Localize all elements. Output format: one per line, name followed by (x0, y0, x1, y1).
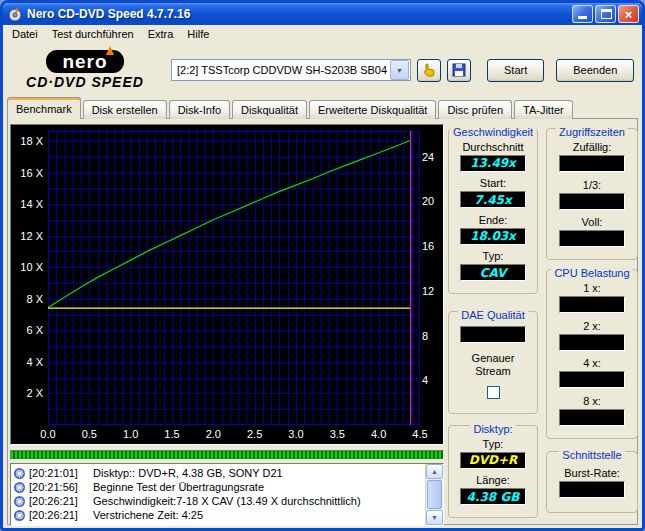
speed-ende-field: Ende:18.03x (460, 214, 526, 245)
disc-typ-field: Typ:DVD+R (460, 438, 526, 469)
plot-area (48, 131, 420, 425)
speed-axis-tick: 2 X (11, 387, 43, 399)
capacity-axis-tick: 3.5 (324, 428, 350, 440)
speed-ende-label: Ende: (479, 214, 508, 226)
log-entry[interactable]: [20:26:21]Verstrichene Zeit: 4:25 (12, 508, 425, 522)
log-entry[interactable]: [20:26:21]Geschwindigkeit:7-18 X CAV (13… (12, 494, 425, 508)
speed-typ-display: CAV (460, 264, 526, 281)
speed-start-label: Start: (480, 177, 506, 189)
menu-item-datei[interactable]: Datei (5, 26, 45, 42)
tab-ta-jitter[interactable]: TA-Jitter (514, 100, 573, 119)
quit-button[interactable]: Beenden (556, 59, 634, 82)
dae-value-display (460, 326, 526, 343)
menu-item-hilfe[interactable]: Hilfe (180, 26, 216, 42)
log-entry-time: [20:26:21] (29, 509, 93, 521)
speed-start-text: 7.45x (474, 193, 511, 207)
minimize-button[interactable] (572, 5, 593, 23)
tab-diskqualit-t[interactable]: Diskqualität (232, 100, 307, 119)
cpu-usage-panel: CPU Belastung 1 x:2 x:4 x:8 x: (546, 269, 638, 439)
nero-brand-text: nero (62, 51, 107, 72)
access-times-panel-title: Zugriffszeiten (556, 126, 628, 138)
disc-typ-label: Typ: (483, 438, 504, 450)
rate-axis-tick: 12 (422, 285, 444, 297)
interface-panel: Schnittstelle Burst-Rate: (546, 451, 638, 513)
product-name: CD·DVD SPEED (26, 74, 144, 90)
tab-strip: BenchmarkDisk erstellenDisk-InfoDiskqual… (7, 97, 575, 119)
access-times-panel: Zugriffszeiten Zufällig:1/3:Voll: (546, 128, 638, 260)
disc-type-panel: Disktyp: Typ:DVD+RLänge:4.38 GB (448, 425, 538, 518)
speed-start-display: 7.45x (460, 191, 526, 208)
series-transfer-rate (48, 141, 410, 308)
access-zuf-llig-label: Zufällig: (573, 141, 612, 153)
cpu-usage-panel-title: CPU Belastung (551, 267, 632, 279)
start-button[interactable]: Start (487, 59, 544, 82)
log-scrollbar[interactable]: ▲ ▼ (425, 464, 443, 525)
capacity-axis-tick: 2.0 (200, 428, 226, 440)
scroll-up-button[interactable]: ▲ (426, 464, 443, 479)
log-entry-text: Disktyp:: DVD+R, 4.38 GB, SONY D21 (93, 467, 283, 479)
cpu-8-x-field: 8 x: (559, 395, 625, 426)
tab-disk-erstellen[interactable]: Disk erstellen (83, 100, 167, 119)
cpu-2-x-field: 2 x: (559, 320, 625, 351)
app-window: Nero CD-DVD Speed 4.7.7.16 × DateiTest d… (0, 0, 645, 531)
disc-l-nge-display: 4.38 GB (460, 488, 526, 505)
cpu-1-x-field: 1 x: (559, 282, 625, 313)
close-button[interactable]: × (618, 5, 639, 23)
save-button[interactable] (447, 59, 471, 82)
access-voll-label: Voll: (582, 216, 603, 228)
menu-item-extra[interactable]: Extra (141, 26, 181, 42)
disc-typ-display: DVD+R (460, 452, 526, 469)
access-zuf-llig-field: Zufällig: (559, 141, 625, 172)
speed-axis-tick: 12 X (11, 230, 43, 242)
access-zuf-llig-display (559, 155, 625, 172)
rate-axis-tick: 8 (422, 330, 444, 342)
speed-ende-display: 18.03x (460, 228, 526, 245)
capacity-axis-tick: 1.0 (118, 428, 144, 440)
capacity-axis-tick: 4.5 (407, 428, 433, 440)
access-1-3-field: 1/3: (559, 179, 625, 210)
tab-benchmark[interactable]: Benchmark (7, 97, 81, 119)
rate-axis-tick: 4 (422, 374, 444, 386)
speed-ende-text: 18.03x (470, 229, 516, 243)
speed-typ-label: Typ: (483, 250, 504, 262)
tab-disk-info[interactable]: Disk-Info (169, 100, 230, 119)
eject-button[interactable] (417, 59, 441, 82)
minimize-icon (578, 16, 587, 19)
speed-durchschnitt-label: Durchschnitt (462, 141, 523, 153)
speed-start-field: Start:7.45x (460, 177, 526, 208)
chevron-down-icon[interactable]: ▼ (390, 60, 409, 80)
log-entry[interactable]: [20:21:01]Disktyp:: DVD+R, 4.38 GB, SONY… (12, 466, 425, 480)
scrollbar-thumb[interactable] (427, 480, 442, 509)
cpu-1-x-display (559, 296, 625, 313)
menu-item-test-durchf-hren[interactable]: Test durchführen (45, 26, 141, 42)
disc-type-panel-title: Disktyp: (470, 423, 515, 435)
interface-panel-title: Schnittstelle (559, 449, 624, 461)
flame-icon (106, 46, 114, 55)
maximize-button[interactable] (595, 5, 616, 23)
disc-typ-text: DVD+R (469, 453, 518, 467)
tab-disc-pr-fen[interactable]: Disc prüfen (438, 100, 512, 119)
access-voll-display (559, 230, 625, 247)
speed-axis-tick: 10 X (11, 261, 43, 273)
close-icon: × (625, 8, 633, 21)
cpu-4-x-field: 4 x: (559, 357, 625, 388)
cpu-4-x-display (559, 371, 625, 388)
tab-erweiterte-diskqualit-t[interactable]: Erweiterte Diskqualität (309, 100, 436, 119)
rate-axis-tick: 24 (422, 151, 444, 163)
log-entry-time: [20:21:56] (29, 481, 93, 493)
cpu-8-x-label: 8 x: (583, 395, 601, 407)
log-entry[interactable]: [20:21:56]Beginne Test der Übertragungsr… (12, 480, 425, 494)
speed-durchschnitt-field: Durchschnitt13.49x (460, 141, 526, 172)
maximize-icon (601, 9, 612, 19)
scroll-down-button[interactable]: ▼ (426, 510, 443, 525)
log-entry-text: Geschwindigkeit:7-18 X CAV (13.49 X durc… (93, 495, 361, 507)
title-bar[interactable]: Nero CD-DVD Speed 4.7.7.16 × (3, 3, 642, 25)
disc-icon (14, 496, 25, 507)
log-entry-text: Verstrichene Zeit: 4:25 (93, 509, 203, 521)
accurate-stream-checkbox[interactable] (487, 386, 500, 399)
cpu-1-x-label: 1 x: (583, 282, 601, 294)
log-entry-time: [20:21:01] (29, 467, 93, 479)
log-list[interactable]: [20:21:01]Disktyp:: DVD+R, 4.38 GB, SONY… (10, 463, 444, 526)
benchmark-page: 2 X4 X6 X8 X10 X12 X14 X16 X18 X48121620… (7, 118, 638, 525)
drive-select[interactable]: [2:2] TSSTcorp CDDVDW SH-S203B SB04 ▼ (171, 59, 411, 81)
